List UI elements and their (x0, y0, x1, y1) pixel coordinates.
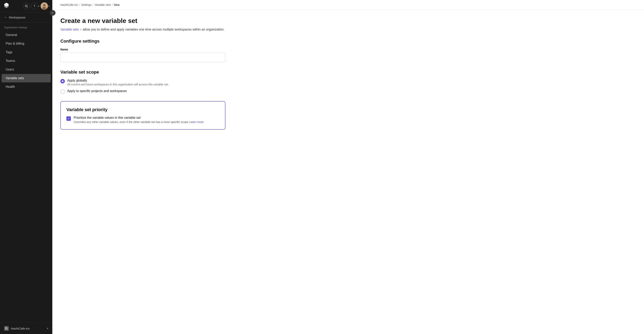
sidebar-top-bar: ? ▾ ▾ (0, 0, 52, 12)
user-avatar[interactable] (40, 2, 48, 10)
radio-specific-label: Apply to specific projects and workspace… (67, 89, 127, 93)
radio-option-specific[interactable]: Apply to specific projects and workspace… (60, 89, 226, 94)
svg-rect-5 (7, 328, 8, 330)
help-button[interactable]: ? (31, 2, 38, 9)
name-label: Name (60, 48, 226, 51)
scope-section: Variable set scope Apply globally All cu… (60, 70, 226, 94)
search-button[interactable] (23, 2, 30, 9)
checkmark-icon: ✓ (68, 117, 70, 120)
sidebar-item-users[interactable]: Users (2, 65, 51, 74)
sidebar-item-variable-sets[interactable]: Variable sets (2, 74, 51, 82)
sidebar-collapse-button[interactable]: « (50, 10, 56, 16)
radio-global-label: Apply globally (67, 79, 169, 82)
help-chevron-icon: ▾ (38, 5, 39, 7)
sidebar-item-plan-billing[interactable]: Plan & billing (2, 39, 51, 48)
app-logo (3, 2, 10, 10)
sidebar: ? ▾ ▾ (0, 0, 52, 334)
radio-global-desc: All current and future workspaces in thi… (67, 83, 169, 86)
name-field-group: Name (60, 48, 226, 62)
priority-checkbox-label: Prioritize the variable values in this v… (74, 116, 204, 120)
sidebar-nav: General Plan & billing Tags Teams Users … (0, 30, 52, 91)
avatar-button-group[interactable]: ▾ (40, 2, 50, 10)
radio-option-global[interactable]: Apply globally All current and future wo… (60, 79, 226, 86)
configure-settings-title: Configure settings (60, 39, 226, 44)
external-link-icon: ↗ (80, 28, 82, 31)
name-input[interactable] (60, 53, 226, 62)
priority-box: Variable set priority ✓ Prioritize the v… (60, 101, 226, 130)
sidebar-item-general[interactable]: General (2, 31, 51, 39)
org-chevron-icon: ▾ (47, 327, 48, 330)
svg-rect-6 (6, 327, 7, 328)
collapse-icon: « (52, 11, 54, 14)
svg-rect-4 (5, 328, 6, 330)
page-title: Create a new variable set (60, 17, 226, 24)
breadcrumb-settings[interactable]: Settings (81, 3, 92, 6)
avatar-chevron-icon: ▾ (48, 5, 50, 7)
page-description: Variable sets ↗ allow you to define and … (60, 28, 226, 31)
variable-sets-link[interactable]: Variable sets ↗ (60, 28, 82, 31)
breadcrumb: HashiCafe-inc / Settings / Variable sets… (52, 0, 644, 10)
breadcrumb-sep-3: / (112, 3, 113, 6)
radio-specific-indicator (60, 89, 65, 94)
page-body: Create a new variable set Variable sets … (52, 10, 234, 137)
breadcrumb-sep-1: / (79, 3, 80, 6)
svg-point-2 (43, 4, 46, 6)
header-controls: ? ▾ ▾ (23, 2, 50, 10)
workspaces-link[interactable]: ← Workspaces (0, 12, 52, 22)
org-icon (4, 326, 9, 331)
priority-checkbox-option[interactable]: ✓ Prioritize the variable values in this… (66, 116, 219, 124)
priority-checkbox[interactable]: ✓ (66, 116, 71, 121)
priority-checkbox-desc: Overrides any other variable values, eve… (74, 120, 204, 124)
sidebar-footer[interactable]: HashiCafe-inc ▾ (0, 323, 52, 334)
description-text: allow you to define and apply variables … (83, 28, 224, 31)
org-name: HashiCafe-inc (11, 327, 30, 330)
main-content: HashiCafe-inc / Settings / Variable sets… (52, 0, 644, 334)
breadcrumb-sep-2: / (92, 3, 94, 6)
sidebar-item-teams[interactable]: Teams (2, 57, 51, 65)
sidebar-item-health[interactable]: Health (2, 83, 51, 91)
workspaces-label: Workspaces (9, 16, 25, 19)
learn-more-link[interactable]: Learn more (189, 120, 204, 124)
priority-title: Variable set priority (66, 107, 219, 112)
section-label: Organization Settings (0, 22, 52, 30)
back-arrow-icon: ← (4, 15, 7, 19)
breadcrumb-current: New (114, 3, 120, 6)
scope-radio-group: Apply globally All current and future wo… (60, 79, 226, 94)
radio-global-indicator (60, 79, 65, 83)
scope-title: Variable set scope (60, 70, 226, 75)
breadcrumb-org[interactable]: HashiCafe-inc (60, 3, 78, 6)
breadcrumb-variable-sets[interactable]: Variable sets (94, 3, 111, 6)
help-button-group[interactable]: ? ▾ (31, 2, 39, 9)
sidebar-item-tags[interactable]: Tags (2, 48, 51, 56)
